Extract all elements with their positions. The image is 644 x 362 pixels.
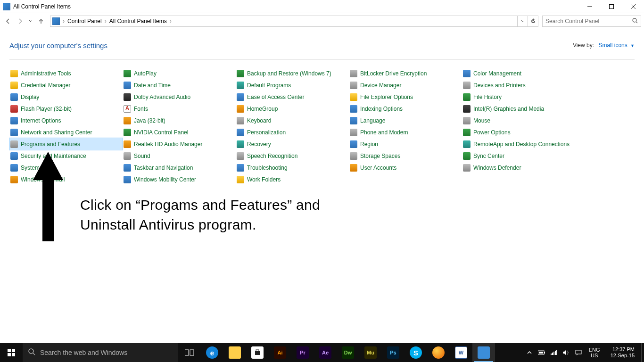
item-color-management[interactable]: Color Management [462, 67, 575, 79]
item-windows-defender[interactable]: Windows Defender [462, 162, 575, 173]
breadcrumb-all-items[interactable]: All Control Panel Items [107, 18, 169, 25]
item-programs-features[interactable]: Programs and Features [9, 138, 123, 150]
task-view-button[interactable] [178, 343, 201, 362]
item-taskbar-navigation[interactable]: Taskbar and Navigation [123, 162, 236, 173]
taskbar-edge[interactable]: e [201, 343, 223, 362]
item-user-accounts[interactable]: User Accounts [349, 162, 462, 173]
item-region[interactable]: Region [349, 138, 462, 150]
item-homegroup[interactable]: HomeGroup [236, 103, 349, 115]
taskbar-firefox[interactable] [427, 343, 450, 362]
troubleshoot-icon [237, 164, 244, 172]
item-internet-options[interactable]: Internet Options [9, 115, 123, 126]
taskbar-illustrator[interactable]: Ai [269, 343, 291, 362]
item-label: Language [360, 117, 385, 124]
item-intel-graphics[interactable]: Intel(R) Graphics and Media [462, 103, 575, 115]
view-by-control[interactable]: View by: Small icons ▼ [573, 42, 635, 49]
tray-action-center-icon[interactable] [575, 349, 582, 356]
annotation-line1: Click on “Progams and Features” and [80, 195, 320, 215]
item-bitlocker[interactable]: BitLocker Drive Encryption [349, 67, 462, 79]
item-remoteapp[interactable]: RemoteApp and Desktop Connections [462, 138, 575, 150]
item-date-time[interactable]: Date and Time [123, 79, 236, 91]
item-file-explorer-options[interactable]: File Explorer Options [349, 91, 462, 103]
item-realtek[interactable]: Realtek HD Audio Manager [123, 138, 236, 150]
show-desktop-button[interactable] [641, 343, 644, 362]
item-sync-center[interactable]: Sync Center [462, 150, 575, 162]
address-bar[interactable]: › Control Panel › All Control Panel Item… [50, 16, 538, 27]
taskbar-store[interactable] [246, 343, 269, 362]
maximize-button[interactable] [601, 0, 622, 13]
refresh-button[interactable] [528, 16, 538, 26]
item-display[interactable]: Display [9, 91, 123, 103]
search-box[interactable] [542, 16, 641, 27]
item-administrative-tools[interactable]: Administrative Tools [9, 67, 123, 79]
item-file-history[interactable]: File History [462, 91, 575, 103]
recent-dropdown[interactable] [27, 16, 34, 26]
tray-volume-icon[interactable] [562, 349, 570, 356]
taskbar-premiere[interactable]: Pr [291, 343, 314, 362]
tray-network-icon[interactable] [550, 349, 558, 356]
item-keyboard[interactable]: Keyboard [236, 115, 349, 126]
item-label: Indexing Options [360, 106, 403, 112]
navbar: › Control Panel › All Control Panel Item… [0, 13, 644, 29]
tray-clock[interactable]: 12:37 PM12-Sep-15 [607, 346, 638, 359]
item-credential-manager[interactable]: Credential Manager [9, 79, 123, 91]
clock-time: 12:37 PM [611, 346, 635, 353]
item-label: BitLocker Drive Encryption [360, 70, 427, 77]
item-java[interactable]: Java (32-bit) [123, 115, 236, 126]
tray-battery-icon[interactable] [538, 349, 545, 356]
item-system[interactable]: System [9, 162, 123, 173]
item-device-manager[interactable]: Device Manager [349, 79, 462, 91]
item-default-programs[interactable]: Default Programs [236, 79, 349, 91]
start-button[interactable] [0, 343, 23, 362]
item-troubleshooting[interactable]: Troubleshooting [236, 162, 349, 173]
crumb-sep-icon: › [169, 18, 173, 25]
item-mobility-center[interactable]: Windows Mobility Center [123, 173, 236, 185]
back-button[interactable] [3, 16, 13, 26]
item-devices-printers[interactable]: Devices and Printers [462, 79, 575, 91]
item-nvidia[interactable]: NVIDIA Control Panel [123, 126, 236, 138]
item-windows-firewall[interactable]: Windows Firewall [9, 173, 123, 185]
item-language[interactable]: Language [349, 115, 462, 126]
taskbar-word[interactable]: W [450, 343, 472, 362]
tray-language[interactable]: ENGUS [587, 347, 602, 358]
item-sound[interactable]: Sound [123, 150, 236, 162]
item-personalization[interactable]: Personalization [236, 126, 349, 138]
item-phone-modem[interactable]: Phone and Modem [349, 126, 462, 138]
taskbar-control-panel[interactable] [472, 343, 495, 362]
item-ease-of-access[interactable]: Ease of Access Center [236, 91, 349, 103]
taskbar-skype[interactable]: S [405, 343, 427, 362]
forward-button[interactable] [15, 16, 25, 26]
item-label: Administrative Tools [21, 70, 71, 77]
taskbar-search[interactable]: Search the web and Windows [23, 343, 178, 362]
item-work-folders[interactable]: Work Folders [236, 173, 349, 185]
up-button[interactable] [36, 16, 46, 26]
tray-overflow-button[interactable] [526, 349, 533, 356]
item-flash-player[interactable]: Flash Player (32-bit) [9, 103, 123, 115]
taskbar-photoshop[interactable]: Ps [382, 343, 405, 362]
close-button[interactable] [622, 0, 644, 13]
item-power-options[interactable]: Power Options [462, 126, 575, 138]
close-icon [631, 4, 636, 9]
firewall-icon [10, 176, 18, 183]
item-security-maintenance[interactable]: Security and Maintenance [9, 150, 123, 162]
taskbar-dreamweaver[interactable]: Dw [337, 343, 359, 362]
item-storage-spaces[interactable]: Storage Spaces [349, 150, 462, 162]
item-indexing-options[interactable]: Indexing Options [349, 103, 462, 115]
taskbar-muse[interactable]: Mu [359, 343, 382, 362]
crumb-sep-icon: › [104, 18, 107, 25]
item-backup-restore[interactable]: Backup and Restore (Windows 7) [236, 67, 349, 79]
breadcrumb-control-panel[interactable]: Control Panel [66, 18, 104, 25]
taskbar-aftereffects[interactable]: Ae [314, 343, 337, 362]
item-recovery[interactable]: Recovery [236, 138, 349, 150]
item-mouse[interactable]: Mouse [462, 115, 575, 126]
item-network-sharing[interactable]: Network and Sharing Center [9, 126, 123, 138]
address-history-button[interactable] [517, 16, 528, 26]
item-autoplay[interactable]: AutoPlay [123, 67, 236, 79]
search-input[interactable] [545, 18, 630, 25]
taskbar-file-explorer[interactable] [223, 343, 246, 362]
item-label: Power Options [473, 129, 511, 136]
item-dolby[interactable]: Dolby Advanced Audio [123, 91, 236, 103]
minimize-button[interactable] [579, 0, 601, 13]
item-speech-recognition[interactable]: Speech Recognition [236, 150, 349, 162]
item-fonts[interactable]: Fonts [123, 103, 236, 115]
